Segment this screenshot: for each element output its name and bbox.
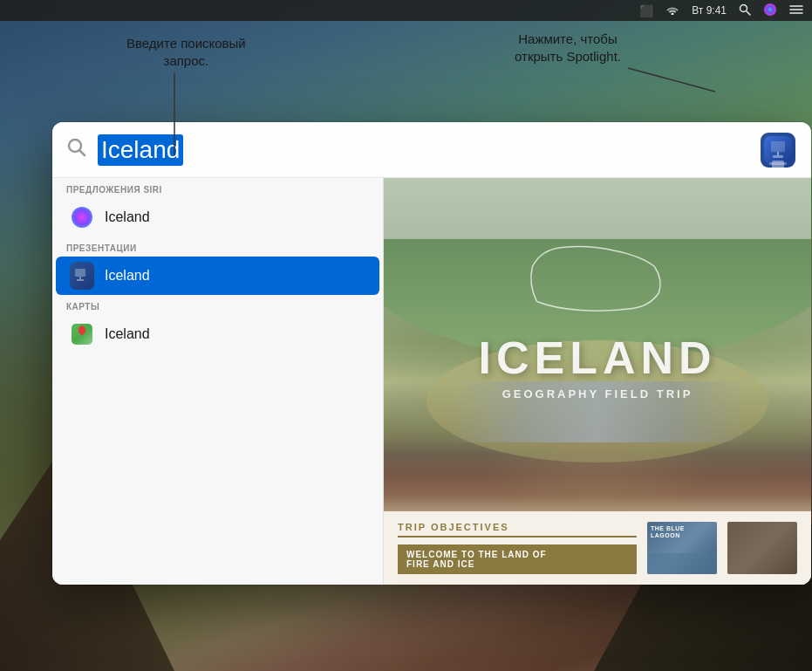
preview-image: ICELAND GEOGRAPHY FIELD TRIP TRIP OBJECT… <box>384 178 811 585</box>
keynote-preview-button[interactable] <box>759 134 797 166</box>
trip-objectives-title: TRIP OBJECTIVES <box>398 522 637 537</box>
wifi-icon[interactable] <box>665 4 679 17</box>
section-presentations-header: ПРЕЗЕНТАЦИИ <box>52 236 383 257</box>
svg-rect-11 <box>771 141 785 152</box>
svg-rect-16 <box>77 279 84 281</box>
annotation-search-label: Введите поисковыйзапрос. <box>126 35 246 69</box>
trip-objectives-section: TRIP OBJECTIVES WELCOME TO THE LAND OFFI… <box>398 522 637 574</box>
blue-lagoon-label: THE BLUELAGOON <box>651 525 685 540</box>
svg-line-1 <box>747 11 750 15</box>
result-maps-iceland[interactable]: Iceland <box>56 315 379 353</box>
result-siri-iceland[interactable]: Iceland <box>56 198 379 236</box>
search-input-display[interactable]: Iceland <box>98 134 759 166</box>
siri-iceland-label: Iceland <box>105 209 150 225</box>
section-maps-header: КАРТЫ <box>52 295 383 315</box>
second-thumbnail <box>727 522 797 574</box>
maps-result-icon <box>70 322 94 346</box>
svg-line-9 <box>80 150 85 155</box>
menubar: ⬛ Вт 9:41 <box>0 0 812 21</box>
desktop: ⬛ Вт 9:41 <box>0 0 812 671</box>
spotlight-window: Iceland <box>52 122 811 585</box>
results-area: ПРЕДЛОЖЕНИЯ SIRI Iceland ПРЕЗЕНТАЦИИ <box>52 178 811 585</box>
maps-iceland-label: Iceland <box>105 326 150 342</box>
keynote-iceland-label: Iceland <box>105 268 150 284</box>
svg-point-0 <box>740 4 747 11</box>
svg-rect-14 <box>75 269 85 277</box>
trip-objectives-banner: WELCOME TO THE LAND OFFIRE AND ICE <box>398 544 637 574</box>
iceland-main-title: ICELAND <box>478 335 716 380</box>
annotation-spotlight-label: Нажмите, чтобыоткрыть Spotlight. <box>515 31 621 65</box>
search-query-text: Iceland <box>98 134 183 166</box>
preview-panel: ICELAND GEOGRAPHY FIELD TRIP TRIP OBJECT… <box>384 178 811 585</box>
control-center-icon[interactable] <box>789 4 803 17</box>
iceland-subtitle: GEOGRAPHY FIELD TRIP <box>478 387 716 401</box>
spotlight-menubar-icon[interactable] <box>739 3 751 18</box>
search-icon <box>66 137 87 163</box>
svg-point-2 <box>764 3 776 16</box>
keynote-result-icon <box>70 264 94 288</box>
keynote-button-icon <box>761 133 795 168</box>
iceland-background: ICELAND GEOGRAPHY FIELD TRIP TRIP OBJECT… <box>384 178 811 585</box>
siri-result-icon <box>70 205 94 229</box>
datetime-display: Вт 9:41 <box>692 4 727 17</box>
result-keynote-iceland[interactable]: Iceland <box>56 257 379 295</box>
preview-bottom-section: TRIP OBJECTIVES WELCOME TO THE LAND OFFI… <box>384 511 811 585</box>
svg-rect-13 <box>773 155 783 158</box>
blue-lagoon-thumbnail: THE BLUELAGOON <box>647 522 717 574</box>
airplay-icon[interactable]: ⬛ <box>639 4 653 17</box>
svg-line-7 <box>628 68 715 92</box>
iceland-preview-title: ICELAND GEOGRAPHY FIELD TRIP <box>478 241 716 401</box>
search-bar: Iceland <box>52 122 811 178</box>
section-siri-header: ПРЕДЛОЖЕНИЯ SIRI <box>52 178 383 198</box>
siri-menubar-icon[interactable] <box>763 3 777 19</box>
results-list: ПРЕДЛОЖЕНИЯ SIRI Iceland ПРЕЗЕНТАЦИИ <box>52 178 384 585</box>
